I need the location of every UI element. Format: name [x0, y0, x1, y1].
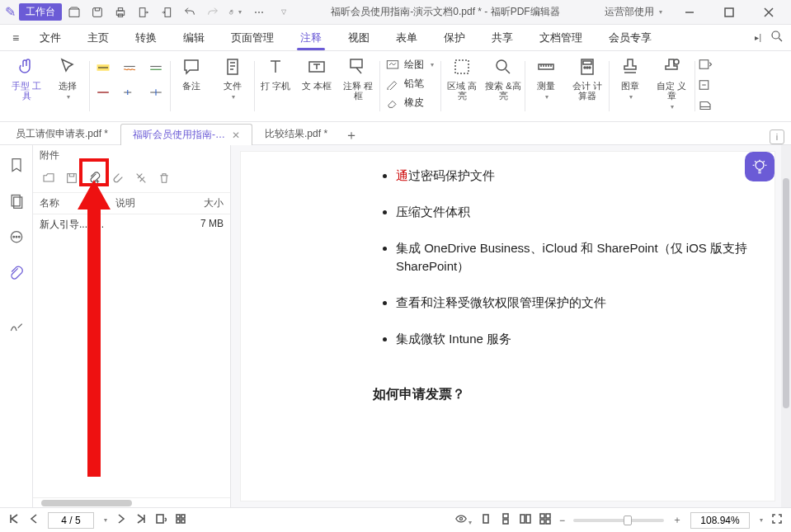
document-view[interactable]: 通过密码保护文件 压缩文件体积 集成 OneDrive Business、iCl…: [231, 145, 791, 507]
doc-tab[interactable]: 员工请假申请表.pdf *: [3, 123, 120, 144]
ribbon-overflow-icon[interactable]: ▸|: [755, 33, 761, 42]
menu-tab-edit[interactable]: 编辑: [172, 26, 216, 50]
qat-redo-icon[interactable]: [205, 5, 220, 20]
window-close-button[interactable]: [751, 2, 786, 23]
qat-open-icon[interactable]: [67, 5, 82, 20]
qat-more-icon[interactable]: ⋯: [252, 5, 266, 20]
panel-hscroll[interactable]: [33, 497, 230, 507]
doc-tab[interactable]: 福昕会员使用指南-演...✕: [120, 124, 252, 145]
ribbon-search-highlight-button[interactable]: 搜索 &高亮: [485, 56, 521, 101]
ribbon-replace-text-icon[interactable]: [119, 84, 140, 101]
attachment-row[interactable]: 新人引导...0.... 7 MB: [33, 214, 230, 235]
page-dropdown-icon[interactable]: ▾: [104, 516, 107, 524]
side-pages-icon[interactable]: [7, 191, 26, 211]
ribbon-note-button[interactable]: 备注: [173, 56, 210, 102]
ribbon-stamp-button[interactable]: 图章▾: [612, 56, 648, 112]
view-eye-icon[interactable]: ▾: [455, 513, 472, 527]
ribbon-eraser-button[interactable]: 橡皮: [386, 96, 424, 110]
col-size[interactable]: 大小: [187, 196, 224, 210]
panel-open-icon[interactable]: [40, 169, 58, 187]
page-input[interactable]: [48, 512, 94, 529]
menu-tab-docmgmt[interactable]: 文档管理: [528, 26, 594, 50]
menu-tab-pages[interactable]: 页面管理: [219, 26, 285, 50]
svg-rect-44: [540, 514, 544, 518]
doc-tab[interactable]: 比较结果.pdf *: [252, 123, 340, 144]
qat-save-icon[interactable]: [90, 5, 105, 20]
zoom-input[interactable]: [690, 512, 750, 529]
ribbon-mini-2-icon[interactable]: [698, 78, 713, 94]
fullscreen-icon[interactable]: [771, 513, 783, 527]
menu-tab-vip[interactable]: 会员专享: [597, 26, 663, 50]
menu-tab-annotate[interactable]: 注释: [289, 26, 333, 50]
panel-save-icon[interactable]: [63, 169, 81, 187]
status-thumbnail-icon[interactable]: [175, 513, 186, 527]
side-signature-icon[interactable]: [7, 317, 26, 337]
qat-export-icon[interactable]: [136, 5, 151, 20]
tab-info-icon[interactable]: i: [770, 129, 784, 144]
qat-print-icon[interactable]: [113, 5, 128, 20]
qat-undo-icon[interactable]: [182, 5, 197, 20]
menu-hamburger-icon[interactable]: ≡: [7, 31, 25, 45]
window-maximize-button[interactable]: [712, 2, 746, 23]
ribbon-measure-button[interactable]: 测量▾: [528, 56, 564, 102]
workbench-button[interactable]: 工作台: [19, 3, 62, 21]
col-name[interactable]: 名称: [40, 196, 115, 210]
help-bulb-icon[interactable]: [745, 152, 775, 181]
ribbon-callout-button[interactable]: 注释 程框: [340, 56, 376, 101]
view-facing-icon[interactable]: [520, 513, 531, 527]
ribbon-squiggly-icon[interactable]: [119, 59, 140, 76]
panel-add-attachment-icon[interactable]: [86, 169, 104, 187]
ribbon-calculator-button[interactable]: 会计 计算器: [569, 56, 605, 102]
ribbon-custom-stamp-button[interactable]: 自定 义章▾: [653, 56, 690, 112]
nav-prev-icon[interactable]: [28, 513, 40, 527]
user-menu[interactable]: 运营部使用▾: [600, 3, 667, 21]
zoom-in-button[interactable]: ＋: [672, 513, 682, 527]
ribbon-pencil-button[interactable]: 铅笔: [386, 77, 424, 91]
ribbon-mini-1-icon[interactable]: [698, 58, 713, 73]
menu-tab-home[interactable]: 主页: [76, 26, 120, 50]
nav-last-icon[interactable]: [135, 513, 147, 527]
view-single-icon[interactable]: [480, 513, 492, 527]
menu-tab-convert[interactable]: 转换: [124, 26, 168, 50]
zoom-dropdown-icon[interactable]: ▾: [760, 516, 763, 524]
panel-delete-icon[interactable]: [155, 169, 173, 187]
ribbon-area-highlight-button[interactable]: 区域 高亮: [444, 56, 480, 101]
ribbon-drawing-button[interactable]: 绘图▾: [386, 58, 434, 72]
doc-vscroll[interactable]: [781, 145, 791, 507]
menu-tab-protect[interactable]: 保护: [432, 26, 477, 50]
ribbon-highlight-icon[interactable]: [92, 59, 114, 76]
tab-close-icon[interactable]: ✕: [232, 129, 240, 141]
ribbon-select-tool[interactable]: 选择▾: [49, 56, 86, 102]
zoom-slider[interactable]: [573, 519, 664, 522]
ribbon-typewriter-button[interactable]: 打 字机: [257, 56, 294, 101]
ribbon-mini-3-icon[interactable]: [698, 99, 713, 115]
ribbon-underline-icon[interactable]: [145, 59, 167, 76]
menu-tab-form[interactable]: 表单: [384, 26, 429, 50]
ribbon-strike-icon[interactable]: [92, 84, 114, 101]
view-facing-cont-icon[interactable]: [539, 513, 551, 527]
panel-link-icon[interactable]: [109, 169, 127, 187]
ribbon-hand-tool[interactable]: 手型 工具: [8, 56, 45, 102]
nav-first-icon[interactable]: [8, 513, 20, 527]
col-desc[interactable]: 说明: [115, 196, 187, 210]
qat-dropdown-icon[interactable]: ▽: [276, 5, 291, 20]
side-attachments-icon[interactable]: [7, 264, 26, 284]
panel-unlink-icon[interactable]: [132, 169, 150, 187]
side-bookmarks-icon[interactable]: [7, 155, 26, 175]
qat-hand-icon[interactable]: ▾: [228, 5, 243, 20]
window-minimize-button[interactable]: [672, 2, 707, 23]
ribbon-textbox-button[interactable]: 文 本框: [299, 56, 335, 101]
menu-tab-view[interactable]: 视图: [337, 26, 381, 50]
tab-add-button[interactable]: ＋: [340, 127, 363, 144]
menu-tab-share[interactable]: 共享: [480, 26, 525, 50]
menu-file[interactable]: 文件: [28, 26, 73, 50]
status-rotate-icon[interactable]: [155, 513, 167, 527]
side-comments-icon[interactable]: [7, 228, 26, 247]
zoom-out-button[interactable]: −: [559, 515, 565, 526]
menu-search-icon[interactable]: [770, 29, 784, 46]
qat-import-icon[interactable]: [159, 5, 174, 20]
ribbon-file-attach-button[interactable]: 文件▾: [214, 56, 251, 102]
nav-next-icon[interactable]: [115, 513, 127, 527]
ribbon-insert-text-icon[interactable]: [145, 84, 167, 101]
view-continuous-icon[interactable]: [500, 513, 511, 527]
